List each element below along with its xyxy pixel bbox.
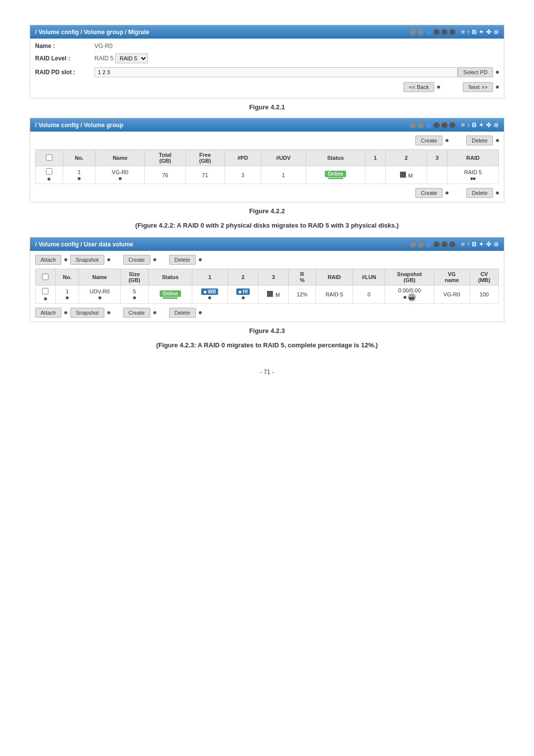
dot-icon-3 (426, 29, 432, 35)
create-button-bot-422[interactable]: Create (415, 188, 443, 198)
create-button-bot-423[interactable]: Create (123, 308, 150, 318)
dot423-6 (449, 241, 455, 247)
dot-icon-6 (449, 29, 455, 35)
create-button-top-423[interactable]: Create (123, 255, 150, 265)
upload-icon[interactable]: ↑ (467, 28, 470, 36)
udv-col-size: Size(GB) (120, 269, 148, 285)
figure-423-caption: (Figure 4.2.3: A RAID 0 migrates to RAID… (30, 341, 504, 349)
list-icon-422[interactable]: ≡ (461, 121, 465, 129)
attach-button-bot[interactable]: Attach (35, 308, 61, 318)
panel-422-title: / Volume config / Volume group (35, 122, 123, 129)
attach-dot-top (64, 258, 67, 261)
upload-icon-423[interactable]: ↑ (467, 240, 470, 248)
name-value: VG-R0 (94, 43, 113, 49)
udv-table-row: 1 UDV-R0 5 Online ■ WB ■ HI (36, 285, 499, 304)
list-icon-423[interactable]: ≡ (461, 240, 465, 248)
col-1: 1 (365, 150, 386, 166)
panel-422-header: / Volume config / Volume group ≡ ↑ B ✦ ✤… (30, 118, 504, 132)
hi-badge: ■ HI (236, 288, 250, 295)
delete-button-top-422[interactable]: Delete (466, 136, 493, 145)
udv-row-col3: M (259, 285, 289, 304)
close-icon-423[interactable]: ⊗ (493, 240, 499, 248)
settings-icon-422[interactable]: ✦ (479, 121, 484, 129)
udv-col-3: 3 (259, 269, 289, 285)
row-no: 1 (63, 166, 95, 184)
settings-icon[interactable]: ✦ (479, 28, 484, 36)
figure-423-container: / Volume config / User data volume ≡ ↑ B… (30, 237, 504, 322)
wb-badge: ■ WB (201, 288, 218, 295)
snapshot-button-top[interactable]: Snapshot (70, 255, 104, 265)
dot-icon-1 (410, 29, 416, 35)
select-pd-dot (496, 71, 499, 74)
dot423-5 (442, 241, 447, 247)
close-icon-422[interactable]: ⊗ (493, 121, 499, 129)
raid-level-label: RAID Level : (35, 55, 94, 62)
delete-dot-bot-423 (199, 311, 202, 314)
snapshot-cam-icon[interactable]: 📷 (408, 293, 416, 301)
delete-button-top-423[interactable]: Delete (169, 255, 196, 265)
panel-422-icons: ≡ ↑ B ✦ ✤ ⊗ (410, 121, 499, 129)
col-2: 2 (386, 150, 427, 166)
raid-level-select[interactable]: RAID 5 (115, 53, 148, 63)
move-icon-422[interactable]: ✤ (486, 121, 491, 129)
save-icon-423[interactable]: B (472, 240, 477, 248)
dot-icon-5 (442, 29, 447, 35)
select-all-cb[interactable] (46, 154, 52, 161)
move-icon-423[interactable]: ✤ (486, 240, 491, 248)
delete-button-bot-423[interactable]: Delete (169, 308, 196, 318)
snapshot-button-bot[interactable]: Snapshot (70, 308, 104, 318)
udv-row-cb[interactable] (36, 285, 56, 304)
back-button[interactable]: << Back (403, 82, 434, 92)
page-number: - 71 - (30, 369, 504, 376)
snapshot-dot-top (107, 258, 110, 261)
settings-icon-423[interactable]: ✦ (479, 240, 484, 248)
row-col3 (427, 166, 447, 184)
create-button-top-422[interactable]: Create (415, 136, 443, 145)
raid-pd-slot-input[interactable] (94, 67, 458, 77)
panel-421-title: / Volume config / Volume group / Migrate (35, 29, 149, 36)
panel-421-body: Name : VG-R0 RAID Level : RAID 5 RAID 5 … (30, 39, 504, 98)
udv-select-all-cb[interactable] (42, 274, 48, 280)
list-icon[interactable]: ≡ (461, 28, 465, 36)
udv-row-col2: ■ HI (227, 285, 258, 304)
vg-table: No. Name Total(GB) Free(GB) #PD #UDV Sta… (35, 149, 499, 184)
raid-level-row: RAID Level : RAID 5 RAID 5 (35, 53, 499, 63)
panel-421: / Volume config / Volume group / Migrate… (30, 25, 504, 98)
select-pd-button[interactable]: Select PD (458, 67, 493, 77)
save-icon[interactable]: B (472, 28, 477, 36)
delete-dot-top (496, 139, 499, 142)
dot423-3 (426, 241, 432, 247)
create-dot-top (445, 139, 448, 142)
attach-button-top[interactable]: Attach (35, 255, 61, 265)
raid-pd-slot-row: RAID PD slot : Select PD (35, 67, 499, 77)
next-button[interactable]: Next >> (463, 82, 493, 92)
udv-row-r: 12% (289, 285, 316, 304)
panel-422: / Volume config / Volume group ≡ ↑ B ✦ ✤… (30, 118, 504, 202)
panel-422-body: Create Delete No. Name Total(GB) Free(GB… (30, 132, 504, 202)
dot423-2 (418, 241, 424, 247)
udv-row-no: 1 (55, 285, 79, 304)
udv-row-status: Online (149, 285, 192, 304)
name-label: Name : (35, 43, 94, 49)
panel-423-header: / Volume config / User data volume ≡ ↑ B… (30, 237, 504, 251)
square-m-icon (267, 291, 273, 297)
close-icon[interactable]: ⊗ (493, 28, 499, 36)
dot423-1 (410, 241, 416, 247)
delete-button-bot-422[interactable]: Delete (466, 188, 493, 198)
next-dot (496, 86, 499, 89)
col-pd: #PD (224, 150, 261, 166)
figure-421-container: / Volume config / Volume group / Migrate… (30, 25, 504, 98)
dot422-1 (410, 122, 416, 128)
udv-row-raid: RAID 5 (315, 285, 353, 304)
udv-row-size: 5 (120, 285, 148, 304)
move-icon[interactable]: ✤ (486, 28, 491, 36)
row-cb[interactable] (36, 166, 63, 184)
upload-icon-422[interactable]: ↑ (467, 121, 470, 129)
col-cb (36, 150, 63, 166)
col-no: No. (63, 150, 95, 166)
udv-col-cv: CV(MB) (470, 269, 498, 285)
dot-icon-2 (418, 29, 424, 35)
dot422-5 (442, 122, 447, 128)
save-icon-422[interactable]: B (472, 121, 477, 129)
dot422-4 (434, 122, 440, 128)
